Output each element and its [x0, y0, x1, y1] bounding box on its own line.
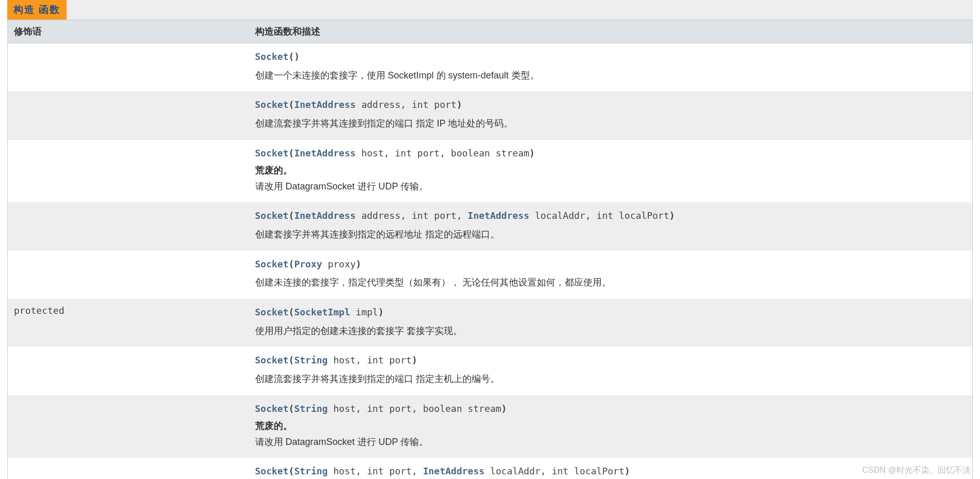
description-text: 创建未连接的套接字，指定代理类型（如果有）， 无论任何其他设置如何，都应使用。	[255, 275, 967, 291]
description-cell: Socket(String host, int port, boolean st…	[249, 395, 973, 458]
constructor-signature: Socket(SocketImpl impl)	[255, 305, 967, 320]
modifier-cell	[8, 395, 249, 458]
modifier-cell	[8, 91, 249, 139]
punct: (	[289, 466, 294, 476]
type-link[interactable]: String	[294, 355, 328, 365]
method-link[interactable]: Socket	[255, 307, 289, 317]
description-text: 请改用 DatagramSocket 进行 UDP 传输。	[255, 179, 967, 195]
column-description: 构造函数和描述	[249, 20, 973, 43]
type-link[interactable]: String	[294, 466, 328, 476]
description-text: 使用用户指定的创建未连接的套接字 套接字实现。	[255, 323, 967, 339]
method-link[interactable]: Socket	[255, 210, 289, 221]
type-link[interactable]: InetAddress	[294, 210, 355, 221]
constructor-signature: Socket(InetAddress address, int port, In…	[255, 209, 967, 223]
punct: (	[289, 148, 294, 158]
type-link[interactable]: Proxy	[294, 259, 322, 269]
constructor-signature: Socket(InetAddress address, int port)	[255, 98, 967, 113]
table-row: Socket(String host, int port, InetAddres…	[8, 458, 973, 479]
table-row: Socket(String host, int port)创建流套接字并将其连接…	[8, 347, 973, 395]
punct: )	[530, 148, 535, 158]
table-row: Socket(String host, int port, boolean st…	[8, 395, 973, 458]
deprecated-label: 荒废的。	[255, 420, 967, 432]
method-link[interactable]: Socket	[255, 259, 289, 269]
param-text: host, int port,	[328, 466, 423, 476]
param-text: host, int port, boolean stream	[328, 403, 501, 414]
modifier-cell: protected	[8, 299, 249, 347]
type-link[interactable]: String	[294, 403, 328, 414]
deprecated-label: 荒废的。	[255, 164, 967, 177]
method-link[interactable]: Socket	[255, 403, 289, 414]
punct: )	[356, 259, 362, 269]
method-link[interactable]: Socket	[255, 148, 289, 158]
method-link[interactable]: Socket	[255, 466, 289, 476]
punct: )	[412, 355, 417, 365]
param-text: address, int port	[356, 99, 457, 110]
punct: )	[501, 403, 507, 414]
punct: )	[378, 307, 384, 317]
constructor-signature: Socket(String host, int port, InetAddres…	[255, 464, 967, 479]
constructor-signature: Socket(String host, int port, boolean st…	[255, 402, 967, 417]
punct: (	[289, 355, 294, 365]
type-link[interactable]: InetAddress	[468, 210, 529, 221]
description-cell: Socket(InetAddress host, int port, boole…	[249, 140, 973, 202]
constructor-table: 修饰语 构造函数和描述 Socket()创建一个未连接的套接字，使用 Socke…	[7, 20, 973, 479]
param-text: impl	[350, 307, 378, 317]
punct: ()	[289, 51, 300, 62]
punct: )	[670, 210, 675, 221]
param-text: localAddr, int localPort	[485, 466, 625, 476]
constructor-signature: Socket()	[255, 50, 967, 65]
param-text: localAddr, int localPort	[530, 210, 670, 221]
table-row: Socket(InetAddress address, int port)创建流…	[8, 91, 973, 139]
description-cell: Socket(String host, int port)创建流套接字并将其连接…	[249, 347, 973, 395]
constructor-signature: Socket(Proxy proxy)	[255, 257, 967, 272]
punct: (	[289, 307, 294, 317]
description-text: 创建流套接字并将其连接到指定的端口 指定主机上的编号。	[255, 371, 967, 387]
description-cell: Socket(String host, int port, InetAddres…	[249, 458, 973, 479]
column-modifier: 修饰语	[8, 20, 249, 43]
description-text: 创建一个未连接的套接字，使用 SocketImpl 的 system-defau…	[255, 68, 967, 84]
modifier-cell	[8, 140, 249, 202]
section-heading: 构造 函数	[7, 0, 67, 20]
description-cell: Socket(Proxy proxy)创建未连接的套接字，指定代理类型（如果有）…	[249, 251, 973, 299]
param-text: proxy	[322, 259, 356, 269]
description-text: 创建流套接字并将其连接到指定的端口 指定 IP 地址处的号码。	[255, 116, 967, 132]
table-row: Socket(InetAddress host, int port, boole…	[8, 140, 973, 202]
punct: (	[289, 210, 294, 221]
description-text: 请改用 DatagramSocket 进行 UDP 传输。	[255, 434, 967, 450]
description-cell: Socket(InetAddress address, int port, In…	[249, 202, 973, 250]
table-row: Socket(Proxy proxy)创建未连接的套接字，指定代理类型（如果有）…	[8, 251, 973, 299]
method-link[interactable]: Socket	[255, 51, 289, 62]
punct: (	[289, 99, 294, 110]
table-row: Socket()创建一个未连接的套接字，使用 SocketImpl 的 syst…	[8, 43, 973, 92]
modifier-cell	[8, 458, 249, 479]
description-text: 创建套接字并将其连接到指定的远程地址 指定的远程端口。	[255, 227, 967, 243]
modifier-cell	[8, 347, 249, 395]
param-text: host, int port	[328, 355, 412, 365]
param-text: host, int port, boolean stream	[356, 148, 530, 158]
modifier-cell	[8, 43, 249, 92]
modifier-cell	[8, 202, 249, 250]
section-heading-bar: 构造 函数	[7, 0, 973, 20]
type-link[interactable]: InetAddress	[294, 99, 355, 110]
method-link[interactable]: Socket	[255, 355, 289, 365]
punct: (	[289, 259, 294, 269]
constructor-signature: Socket(InetAddress host, int port, boole…	[255, 146, 967, 161]
punct: )	[625, 466, 630, 476]
method-link[interactable]: Socket	[255, 99, 289, 110]
type-link[interactable]: InetAddress	[423, 466, 485, 476]
modifier-cell	[8, 251, 249, 299]
table-row: Socket(InetAddress address, int port, In…	[8, 202, 973, 250]
description-cell: Socket(InetAddress address, int port)创建流…	[249, 91, 973, 139]
param-text: address, int port,	[356, 210, 468, 221]
description-cell: Socket()创建一个未连接的套接字，使用 SocketImpl 的 syst…	[249, 43, 973, 92]
type-link[interactable]: InetAddress	[294, 148, 355, 158]
constructor-signature: Socket(String host, int port)	[255, 353, 967, 368]
description-cell: Socket(SocketImpl impl)使用用户指定的创建未连接的套接字 …	[249, 299, 973, 347]
punct: )	[457, 99, 462, 110]
table-row: protected Socket(SocketImpl impl)使用用户指定的…	[8, 299, 973, 347]
punct: (	[289, 403, 294, 414]
type-link[interactable]: SocketImpl	[294, 307, 350, 317]
